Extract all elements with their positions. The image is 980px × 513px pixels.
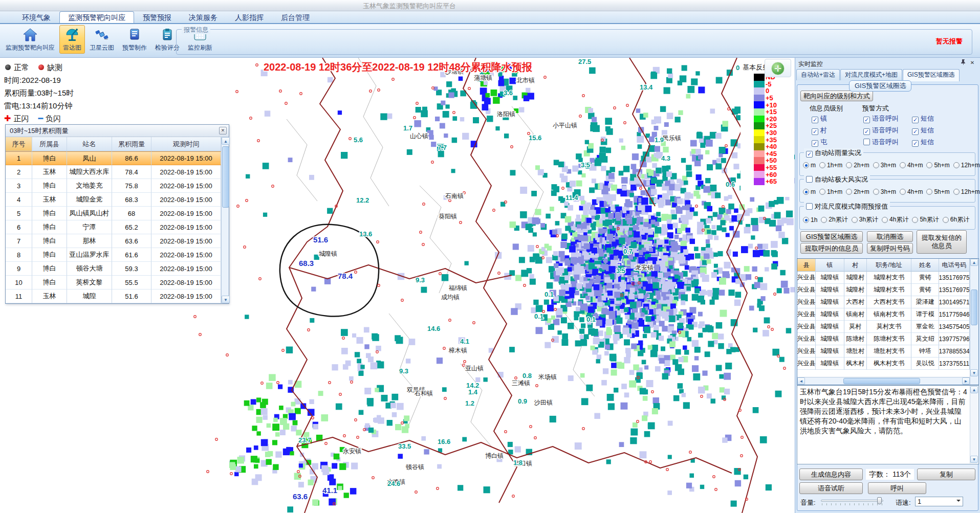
table-row[interactable]: 1博白凤山86.62022-08-19 15:00: [6, 151, 221, 165]
extract-sms-button[interactable]: 提取发短信的信息员: [917, 230, 967, 254]
table-row[interactable]: 兴业县城隍镇陈塘村陈塘村支书莫文绍139775796: [797, 333, 970, 345]
sms-checkbox[interactable]: ✓: [912, 140, 919, 147]
voice-checkbox[interactable]: [863, 139, 870, 145]
scroll-left-icon[interactable]: ◄: [797, 377, 805, 385]
level-checkbox[interactable]: ✓: [812, 128, 818, 135]
message-scrollbar[interactable]: ▲ ▼: [970, 386, 978, 463]
radar-map[interactable]: 沙塘镇蒲塘镇北市镇洛阳镇小平山镇山心镇民乐镇石南镇葵阳镇城隍镇龙安镇福绵镇成均镇…: [0, 58, 795, 513]
scroll-down-icon[interactable]: ▼: [970, 456, 978, 463]
section-checkbox[interactable]: [806, 203, 813, 210]
table-row[interactable]: 6博白宁潭65.22022-08-19 15:00: [6, 220, 221, 234]
radio-option[interactable]: 2h+m: [846, 188, 869, 195]
radio-option[interactable]: 4h+m: [900, 162, 923, 169]
radio-icon[interactable]: [803, 162, 809, 168]
radio-icon[interactable]: [873, 162, 879, 168]
voice-checkbox[interactable]: ✓: [863, 128, 870, 135]
slider-thumb[interactable]: [877, 497, 882, 504]
radio-option[interactable]: 12h+m: [953, 162, 980, 169]
panel-tab-0[interactable]: 自动站+雷达: [796, 69, 840, 80]
radio-option[interactable]: 6h累计: [943, 215, 969, 224]
radio-option[interactable]: 2h+m: [846, 162, 869, 169]
volume-slider[interactable]: [821, 497, 883, 506]
scroll-up-icon[interactable]: ▲: [970, 259, 978, 266]
menu-tab-1[interactable]: 监测预警靶向叫应: [59, 11, 134, 23]
radio-option[interactable]: 5h累计: [912, 215, 939, 224]
warning-message-textarea[interactable]: 玉林市气象台19日5时15分发布暴雨橙色预警信号：4时以来兴业县城隍大西水库已出…: [797, 385, 979, 464]
table-row[interactable]: 10博白英桥文黎55.52022-08-19 15:00: [6, 276, 221, 289]
radio-option[interactable]: 4h+m: [900, 188, 923, 195]
menu-tab-5[interactable]: 后台管理: [272, 11, 318, 23]
scrollbar-thumb[interactable]: [843, 378, 920, 384]
radio-option[interactable]: 1h: [803, 216, 817, 224]
contacts-hscrollbar[interactable]: ◄ ►: [797, 377, 970, 385]
menu-tab-2[interactable]: 预警预报: [134, 11, 180, 23]
table-row[interactable]: 11玉林城隍51.62022-08-19 15:00: [6, 289, 221, 303]
radio-icon[interactable]: [852, 217, 858, 223]
table-row[interactable]: 兴业县城隍镇城隍村城隍村支书黄铸135176975: [797, 284, 970, 296]
speed-select[interactable]: 1: [915, 497, 963, 506]
generate-message-button[interactable]: 生成信息内容: [799, 469, 863, 480]
map-zoom-button[interactable]: ✛: [771, 62, 785, 75]
menu-tab-3[interactable]: 决策服务: [180, 11, 226, 23]
call-button[interactable]: 呼叫: [868, 482, 926, 494]
scroll-up-icon[interactable]: ▲: [970, 386, 978, 393]
radio-icon[interactable]: [882, 217, 888, 223]
scrollbar-thumb[interactable]: [971, 289, 977, 325]
scroll-down-icon[interactable]: ▼: [970, 369, 978, 376]
radio-icon[interactable]: [803, 217, 809, 223]
radio-option[interactable]: 5h+m: [926, 162, 949, 169]
copy-number-button[interactable]: 复制呼叫号码: [867, 243, 913, 254]
radio-icon[interactable]: [953, 162, 960, 168]
panel-tab-2[interactable]: GIS预警区域圈选: [903, 69, 960, 81]
table-row[interactable]: 7博白那林63.62022-08-19 15:00: [6, 234, 221, 248]
radio-option[interactable]: 4h累计: [882, 215, 908, 224]
copy-button[interactable]: 复制: [917, 469, 975, 480]
radio-icon[interactable]: [846, 162, 852, 168]
table-row[interactable]: 兴业县城隍镇大西村大西村支书梁泽建130149571: [797, 296, 970, 308]
radio-option[interactable]: 5h+m: [926, 188, 949, 195]
scroll-up-icon[interactable]: ▲: [222, 137, 230, 145]
radio-icon[interactable]: [819, 162, 825, 168]
gis-selection-circle[interactable]: [280, 225, 379, 317]
pin-icon[interactable]: [960, 59, 967, 66]
radio-icon[interactable]: [953, 189, 960, 195]
radio-icon[interactable]: [846, 189, 852, 195]
radio-icon[interactable]: [943, 217, 949, 223]
close-icon[interactable]: ✕: [219, 127, 227, 135]
extract-call-button[interactable]: 提取呼叫的信息员: [800, 243, 863, 254]
radio-option[interactable]: m: [803, 162, 816, 169]
table-row[interactable]: 3博白文地姜充75.82022-08-19 15:00: [6, 179, 221, 193]
table-row[interactable]: 5博白凤山镇凤山村682022-08-19 15:00: [6, 207, 221, 220]
sms-checkbox[interactable]: ✓: [912, 117, 919, 123]
table-row[interactable]: 兴业县城隍镇枫木村枫木村支书吴以悦137375511: [797, 358, 970, 370]
toolbar-button-0[interactable]: 监测预警靶向叫应: [2, 25, 58, 54]
rain-table-scrollbar[interactable]: ▲ ▼: [221, 137, 229, 303]
radio-icon[interactable]: [819, 189, 825, 195]
table-row[interactable]: 9博白顿谷大塘59.32022-08-19 15:00: [6, 262, 221, 276]
level-checkbox[interactable]: ✓: [812, 140, 818, 147]
radio-option[interactable]: 1h+m: [819, 188, 842, 195]
table-row[interactable]: 兴业县城隍镇镇南村镇南村支书谭于模151775946: [797, 308, 970, 321]
radio-icon[interactable]: [803, 189, 809, 195]
radio-option[interactable]: 3h+m: [873, 162, 896, 169]
radio-icon[interactable]: [912, 217, 918, 223]
radio-option[interactable]: 3h累计: [852, 215, 878, 224]
radio-option[interactable]: 3h+m: [873, 188, 896, 195]
radio-icon[interactable]: [873, 189, 879, 195]
voice-checkbox[interactable]: ✓: [863, 117, 870, 123]
table-row[interactable]: 兴业县城隍镇塘肚村塘肚村支书钟塔137885534: [797, 345, 970, 358]
table-row[interactable]: 2玉林城隍大西水库78.42022-08-19 15:00: [6, 165, 221, 179]
scrollbar-thumb[interactable]: [222, 146, 229, 208]
cancel-select-button[interactable]: 取消圈选: [867, 231, 913, 242]
table-row[interactable]: 8博白亚山温罗水库61.62022-08-19 15:00: [6, 248, 221, 262]
radio-option[interactable]: 2h累计: [821, 215, 847, 224]
section-checkbox[interactable]: ✓: [806, 151, 813, 158]
radio-option[interactable]: 12h+m: [953, 188, 980, 195]
scroll-right-icon[interactable]: ►: [962, 377, 970, 385]
radio-icon[interactable]: [900, 189, 906, 195]
radio-icon[interactable]: [926, 162, 932, 168]
gis-select-button[interactable]: GIS预警区域圈选: [800, 231, 863, 242]
radio-option[interactable]: m: [803, 188, 816, 195]
radio-option[interactable]: 1h+m: [819, 162, 842, 169]
table-row[interactable]: 4玉林城隍金党68.32022-08-19 15:00: [6, 193, 221, 207]
